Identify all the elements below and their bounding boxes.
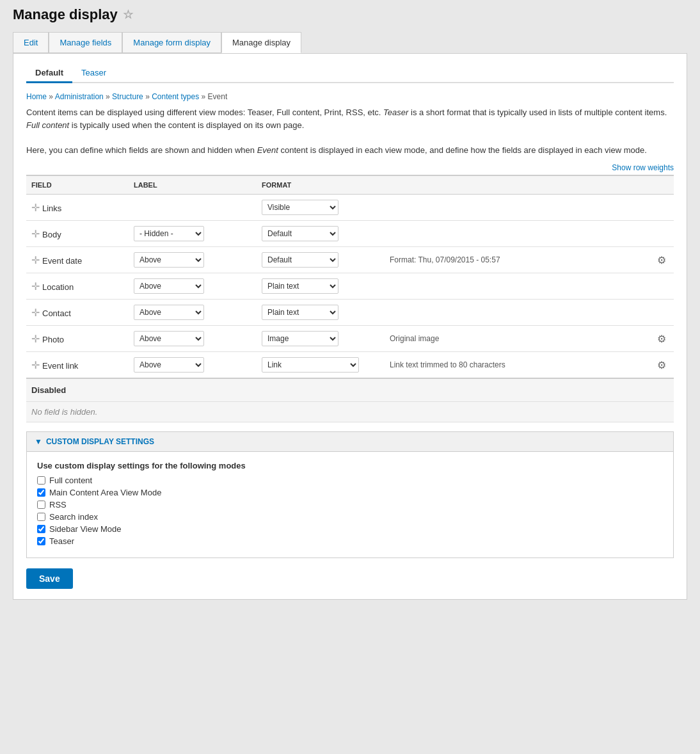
format-cell-body: DefaultPlain textTrimmed bbox=[257, 221, 385, 247]
gear-button-event-link[interactable]: ⚙ bbox=[655, 358, 669, 373]
description: Content items can be displayed using dif… bbox=[26, 106, 674, 156]
checkbox-label-sidebar-view-mode[interactable]: Sidebar View Mode bbox=[49, 524, 122, 534]
gear-cell-contact bbox=[627, 300, 674, 326]
breadcrumb-structure[interactable]: Structure bbox=[112, 92, 143, 101]
gear-cell-event-link: ⚙ bbox=[627, 352, 674, 379]
checkbox-label-main-content-area[interactable]: Main Content Area View Mode bbox=[49, 488, 161, 497]
label-select-event-date[interactable]: - Hidden -AboveInline bbox=[134, 252, 204, 268]
checkbox-label-full-content[interactable]: Full content bbox=[49, 476, 92, 485]
field-name-event-link: Event link bbox=[42, 361, 78, 371]
disabled-label: Disabled bbox=[26, 378, 674, 402]
checkbox-teaser[interactable] bbox=[37, 537, 45, 545]
custom-display-subtitle: Use custom display settings for the foll… bbox=[37, 461, 663, 470]
breadcrumb-sep1: » bbox=[49, 92, 54, 101]
format-select-contact[interactable]: DefaultPlain text bbox=[262, 305, 338, 320]
format-info-body bbox=[385, 221, 627, 247]
th-label: LABEL bbox=[129, 175, 257, 195]
breadcrumb-sep4: » bbox=[202, 92, 208, 101]
format-select-event-link[interactable]: LinkPlain textSeparate title and URL bbox=[262, 357, 359, 373]
format-cell-event-date: DefaultPlain text bbox=[257, 247, 385, 273]
star-icon[interactable]: ☆ bbox=[123, 8, 133, 22]
drag-handle-contact[interactable]: ✛ bbox=[31, 307, 42, 318]
format-select-body[interactable]: DefaultPlain textTrimmed bbox=[262, 226, 338, 241]
th-actions bbox=[627, 175, 674, 195]
label-select-photo[interactable]: - Hidden -AboveInline bbox=[134, 331, 204, 346]
drag-handle-body[interactable]: ✛ bbox=[31, 229, 42, 239]
custom-display-body: Use custom display settings for the foll… bbox=[27, 452, 673, 557]
field-name-event-date: Event date bbox=[42, 256, 82, 266]
show-row-weights-link[interactable]: Show row weights bbox=[612, 163, 674, 172]
checkbox-row-full-content: Full content bbox=[37, 476, 663, 485]
checkbox-rss[interactable] bbox=[37, 501, 45, 509]
gear-button-event-date[interactable]: ⚙ bbox=[655, 253, 669, 268]
gear-cell-location bbox=[627, 273, 674, 300]
field-name-contact: Contact bbox=[42, 309, 71, 318]
page-title: Manage display ☆ bbox=[13, 6, 687, 23]
sub-tabs: Default Teaser bbox=[26, 64, 674, 83]
tabs-nav: Edit Manage fields Manage form display M… bbox=[13, 32, 687, 53]
checkbox-search-index[interactable] bbox=[37, 513, 45, 521]
label-select-body[interactable]: - Hidden -AboveInline bbox=[134, 226, 204, 241]
sub-tab-teaser[interactable]: Teaser bbox=[72, 64, 115, 83]
drag-handle-event-date[interactable]: ✛ bbox=[31, 255, 42, 266]
gear-button-photo[interactable]: ⚙ bbox=[655, 332, 669, 346]
checkbox-sidebar-view-mode[interactable] bbox=[37, 525, 45, 533]
sub-tab-default[interactable]: Default bbox=[26, 64, 72, 83]
table-row-photo: ✛Photo- Hidden -AboveInlineImageURL to i… bbox=[26, 326, 674, 352]
custom-display-toggle-icon: ▼ bbox=[35, 437, 42, 446]
th-format: FORMAT bbox=[257, 175, 385, 195]
format-info-event-date: Format: Thu, 07/09/2015 - 05:57 bbox=[385, 247, 627, 273]
checkbox-full-content[interactable] bbox=[37, 476, 45, 485]
format-cell-photo: ImageURL to imageHidden bbox=[257, 326, 385, 352]
drag-handle-event-link[interactable]: ✛ bbox=[31, 360, 42, 371]
format-info-event-link: Link text trimmed to 80 characters bbox=[385, 352, 627, 379]
label-select-contact[interactable]: - Hidden -AboveInline bbox=[134, 305, 204, 320]
gear-cell-event-date: ⚙ bbox=[627, 247, 674, 273]
breadcrumb-sep3: » bbox=[145, 92, 152, 101]
label-select-location[interactable]: - Hidden -AboveInline bbox=[134, 278, 204, 294]
checkbox-label-search-index[interactable]: Search index bbox=[49, 512, 98, 522]
content-area: Default Teaser Home » Administration » S… bbox=[13, 53, 687, 600]
fields-table: FIELD LABEL FORMAT ✛LinksVisibleHidden✛B… bbox=[26, 175, 674, 422]
table-row-event-date: ✛Event date- Hidden -AboveInlineDefaultP… bbox=[26, 247, 674, 273]
label-cell-links bbox=[129, 195, 257, 221]
format-select-links[interactable]: VisibleHidden bbox=[262, 200, 338, 215]
drag-handle-links[interactable]: ✛ bbox=[31, 202, 42, 213]
label-cell-photo: - Hidden -AboveInline bbox=[129, 326, 257, 352]
checkbox-row-sidebar-view-mode: Sidebar View Mode bbox=[37, 524, 663, 534]
gear-cell-photo: ⚙ bbox=[627, 326, 674, 352]
label-select-event-link[interactable]: - Hidden -AboveInline bbox=[134, 357, 204, 373]
save-button[interactable]: Save bbox=[26, 568, 73, 589]
th-extra bbox=[385, 175, 627, 195]
format-info-links bbox=[385, 195, 627, 221]
format-select-photo[interactable]: ImageURL to imageHidden bbox=[262, 331, 338, 346]
checkbox-row-main-content-area: Main Content Area View Mode bbox=[37, 488, 663, 497]
drag-handle-location[interactable]: ✛ bbox=[31, 281, 42, 292]
tab-manage-form-display[interactable]: Manage form display bbox=[122, 32, 221, 53]
drag-handle-photo[interactable]: ✛ bbox=[31, 333, 42, 344]
breadcrumb-content-types[interactable]: Content types bbox=[152, 92, 199, 101]
field-cell-links: ✛Links bbox=[26, 195, 129, 221]
page-wrapper: Manage display ☆ Edit Manage fields Mana… bbox=[0, 0, 700, 754]
gear-cell-body bbox=[627, 221, 674, 247]
format-cell-location: DefaultPlain text bbox=[257, 273, 385, 300]
label-cell-location: - Hidden -AboveInline bbox=[129, 273, 257, 300]
format-select-event-date[interactable]: DefaultPlain text bbox=[262, 252, 338, 268]
checkbox-label-teaser[interactable]: Teaser bbox=[49, 536, 74, 546]
tab-manage-fields[interactable]: Manage fields bbox=[49, 32, 122, 53]
field-name-body: Body bbox=[42, 230, 61, 239]
checkbox-main-content-area[interactable] bbox=[37, 488, 45, 497]
no-field-hidden-row: No field is hidden. bbox=[26, 402, 674, 422]
custom-display-header[interactable]: ▼ CUSTOM DISPLAY SETTINGS bbox=[27, 432, 673, 452]
format-info-contact bbox=[385, 300, 627, 326]
page-title-text: Manage display bbox=[13, 6, 118, 23]
breadcrumb-home[interactable]: Home bbox=[26, 92, 47, 101]
tab-manage-display[interactable]: Manage display bbox=[221, 32, 301, 53]
label-cell-event-date: - Hidden -AboveInline bbox=[129, 247, 257, 273]
description-line1: Content items can be displayed using dif… bbox=[26, 106, 674, 131]
show-row-weights-container: Show row weights bbox=[26, 163, 674, 172]
checkbox-label-rss[interactable]: RSS bbox=[49, 500, 67, 509]
tab-edit[interactable]: Edit bbox=[13, 32, 49, 53]
format-select-location[interactable]: DefaultPlain text bbox=[262, 278, 338, 294]
breadcrumb-administration[interactable]: Administration bbox=[55, 92, 104, 101]
